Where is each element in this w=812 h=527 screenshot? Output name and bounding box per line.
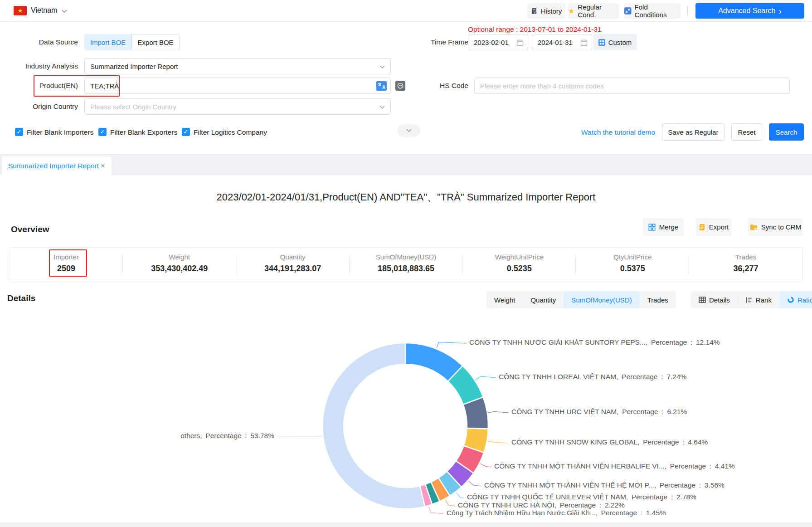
stat-weight: Weight353,430,402.49 bbox=[123, 248, 236, 282]
industry-analysis-value: Summarized Importer Report bbox=[90, 63, 178, 70]
page: ★ Vietnam History ★ Regular Cond. Fold C… bbox=[0, 0, 812, 527]
export-label: Export bbox=[709, 223, 729, 231]
stat-label: SumOfMoney(USD) bbox=[350, 253, 463, 261]
filter-logitics-company-checkbox[interactable]: ✓ bbox=[182, 128, 190, 136]
hs-code-input[interactable]: Please enter more than 4 customs codes bbox=[474, 78, 790, 94]
sync-to-crm-button[interactable]: Sync to CRM bbox=[748, 218, 803, 236]
tab-trades[interactable]: Trades bbox=[640, 291, 676, 308]
details-heading: Details bbox=[7, 293, 35, 303]
details-view-label: Details bbox=[709, 296, 730, 304]
history-icon bbox=[531, 8, 538, 15]
chevron-down-icon bbox=[379, 65, 385, 69]
chart-leader-line bbox=[277, 436, 322, 437]
chart-leader-line bbox=[445, 500, 455, 506]
stat-value: 353,430,402.49 bbox=[123, 264, 236, 273]
advanced-search-button[interactable]: Advanced Search › bbox=[695, 3, 804, 19]
chart-label-5: CÔNG TY TNHH MỘT THÀNH VIÊN THẾ HỆ MỚI P… bbox=[484, 481, 724, 489]
export-button[interactable]: Export bbox=[696, 218, 731, 236]
stat-value: 185,018,883.65 bbox=[350, 264, 463, 273]
stat-label: WeightUnitPrice bbox=[462, 253, 576, 261]
merge-button[interactable]: Merge bbox=[643, 218, 684, 236]
overview-heading: Overview bbox=[11, 224, 49, 234]
stat-label: Weight bbox=[123, 253, 236, 261]
regular-cond-label: Regular Cond. bbox=[578, 3, 619, 19]
donut-segment-10[interactable] bbox=[322, 343, 425, 509]
vietnam-flag-icon[interactable]: ★ bbox=[14, 6, 27, 15]
tutorial-link[interactable]: Watch the tutorial demo bbox=[581, 128, 655, 137]
custom-range-button[interactable]: Custom bbox=[593, 34, 637, 50]
hs-code-label: HS Code bbox=[399, 82, 468, 90]
chart-label-0: CÔNG TY TNHH NƯỚC GIẢI KHÁT SUNTORY PEPS… bbox=[469, 338, 720, 346]
top-bar: ★ Vietnam History ★ Regular Cond. Fold C… bbox=[0, 0, 812, 22]
export-boe-tab[interactable]: Export BOE bbox=[131, 34, 180, 50]
bottom-strip bbox=[0, 522, 812, 527]
fold-conditions-label: Fold Conditions bbox=[635, 3, 681, 19]
origin-country-label: Origin Country bbox=[10, 102, 78, 111]
data-source-label: Data Source bbox=[10, 38, 78, 46]
stat-value: 344,191,283.07 bbox=[236, 264, 350, 273]
industry-analysis-select[interactable]: Summarized Importer Report bbox=[84, 58, 391, 74]
view-tab-group: Details Rank Ratio bbox=[691, 291, 812, 308]
import-boe-tab[interactable]: Import BOE bbox=[84, 34, 131, 50]
chart-leader-line bbox=[468, 481, 481, 486]
product-en-input[interactable]: TEA;TRÀ A bbox=[84, 78, 391, 94]
chart-leader-line bbox=[429, 507, 444, 514]
table-icon bbox=[699, 297, 706, 303]
sync-to-crm-label: Sync to CRM bbox=[761, 223, 801, 231]
country-selector[interactable]: Vietnam bbox=[31, 6, 57, 15]
filter-blank-importers-checkbox[interactable]: ✓ bbox=[15, 128, 23, 136]
chart-label-7: CÔNG TY TNHH URC HÀ NỘI, Percentage : 2.… bbox=[458, 501, 625, 509]
stat-trades: Trades36,277 bbox=[689, 248, 802, 282]
tab-bar bbox=[0, 154, 812, 175]
stat-label: Importer bbox=[10, 253, 123, 261]
start-date-value: 2023-02-01 bbox=[474, 39, 509, 46]
history-label: History bbox=[541, 7, 562, 15]
fold-conditions-button[interactable]: Fold Conditions bbox=[624, 3, 681, 19]
origin-country-select[interactable]: Please select Origin Country bbox=[84, 98, 391, 115]
chart-leader-line bbox=[476, 376, 496, 380]
tab-quantity[interactable]: Quantity bbox=[523, 291, 564, 308]
close-icon[interactable]: × bbox=[101, 161, 105, 171]
search-button[interactable]: Search bbox=[769, 123, 804, 141]
tab-sum-of-money[interactable]: SumOfMoney(USD) bbox=[564, 291, 639, 308]
tab-rank[interactable]: Rank bbox=[738, 291, 779, 308]
chart-label-9: Công Ty Trách Nhiệm Hữu Hạn Nước Giải Kh… bbox=[447, 509, 666, 517]
filter-blank-exporters-checkbox[interactable]: ✓ bbox=[98, 128, 107, 136]
stat-label: QtyUnitPrice bbox=[576, 253, 689, 261]
merge-label: Merge bbox=[659, 223, 679, 231]
stat-label: Quantity bbox=[236, 253, 350, 261]
industry-analysis-label: Industry Analysis bbox=[10, 62, 78, 70]
chart-label-10: others, Percentage : 53.78% bbox=[180, 432, 274, 440]
overview-stats-card: Importer2509 Weight353,430,402.49 Quanti… bbox=[9, 247, 803, 282]
origin-country-placeholder: Please select Origin Country bbox=[90, 103, 176, 111]
chart-leader-line bbox=[488, 412, 509, 413]
stat-value: 0.5375 bbox=[576, 264, 689, 273]
time-frame-end-input[interactable]: 2024-01-31 bbox=[532, 34, 592, 50]
end-date-value: 2024-01-31 bbox=[538, 39, 573, 46]
stat-value: 36,277 bbox=[689, 264, 802, 273]
time-frame-start-input[interactable]: 2023-02-01 bbox=[468, 34, 528, 50]
tab-ratio[interactable]: Ratio bbox=[779, 291, 812, 308]
tab-details[interactable]: Details bbox=[691, 291, 738, 308]
custom-icon bbox=[598, 39, 605, 46]
chevron-down-icon[interactable] bbox=[62, 10, 67, 13]
chart-leader-line bbox=[437, 342, 467, 348]
collapse-form-button[interactable] bbox=[398, 124, 420, 137]
save-as-regular-button[interactable]: Save as Regular bbox=[662, 123, 724, 141]
history-button[interactable]: History bbox=[527, 3, 565, 19]
tab-summarized-importer-report[interactable]: Summarized Importer Report × bbox=[2, 156, 112, 175]
chart-label-6: CÔNG TY TNHH QUỐC TẾ UNILEVER VIỆT NAM, … bbox=[467, 493, 696, 501]
hs-code-placeholder: Please enter more than 4 customs codes bbox=[480, 82, 604, 90]
product-en-label: Product(EN) bbox=[10, 82, 78, 90]
toolbar-divider bbox=[687, 5, 688, 16]
advanced-search-label: Advanced Search bbox=[718, 7, 775, 15]
chevron-right-icon: › bbox=[778, 7, 781, 15]
metric-tab-group: Weight Quantity SumOfMoney(USD) Trades bbox=[486, 291, 676, 308]
tab-weight[interactable]: Weight bbox=[486, 291, 523, 308]
reset-button[interactable]: Reset bbox=[731, 123, 762, 141]
chevron-down-icon bbox=[379, 106, 385, 109]
chart-leader-line bbox=[480, 464, 491, 467]
regular-cond-button[interactable]: ★ Regular Cond. bbox=[568, 3, 619, 19]
translate-icon[interactable]: A bbox=[376, 81, 387, 91]
chart-label-2: CÔNG TY TNHH URC VIỆT NAM, Percentage : … bbox=[511, 408, 687, 416]
